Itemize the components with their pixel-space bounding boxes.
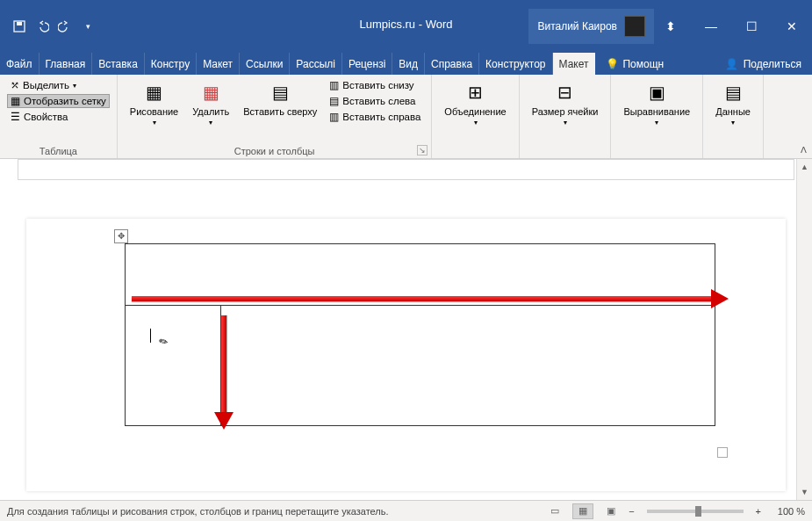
redo-icon[interactable] [58,19,72,33]
tab-view[interactable]: Вид [392,53,425,75]
collapse-ribbon-icon[interactable]: ᐱ [801,145,807,155]
group-data: ▤Данные▾ [703,75,764,158]
maximize-button[interactable]: ☐ [731,0,772,53]
autosave-icon[interactable] [12,19,26,33]
annotation-arrow-down [219,315,228,430]
chevron-down-icon: ▾ [209,119,212,127]
tab-help[interactable]: Справка [425,53,479,75]
chevron-down-icon: ▾ [564,119,567,127]
vertical-scrollbar[interactable]: ▲ ▼ [796,159,812,500]
insert-left-icon: ▤ [329,95,339,107]
read-mode-icon[interactable]: ▭ [544,503,565,519]
chevron-down-icon: ▾ [474,119,478,127]
zoom-thumb[interactable] [695,506,701,517]
view-gridlines-button[interactable]: ▦Отобразить сетку [7,94,110,108]
undo-icon[interactable] [35,19,49,33]
user-name: Виталий Каиров [537,20,617,33]
merge-button[interactable]: ⊞Объединение▾ [439,78,511,128]
qat-customize-icon[interactable]: ▾ [81,19,95,33]
status-message: Для создания таблицы и рисования строк, … [7,506,389,517]
tab-table-layout[interactable]: Макет [553,53,596,75]
drawn-table[interactable]: ✎ [125,243,715,426]
insert-above-button[interactable]: ▤Вставить сверху [238,78,322,119]
data-button[interactable]: ▤Данные▾ [710,78,756,128]
delete-icon: ▦ [198,80,223,105]
scroll-up-icon[interactable]: ▲ [797,159,812,175]
annotation-arrow-right [132,294,729,303]
zoom-in-button[interactable]: + [756,506,761,517]
status-bar: Для создания таблицы и рисования строк, … [0,500,812,521]
window-controls: ⬍ — ☐ ✕ [650,0,812,53]
zoom-level[interactable]: 100 % [768,506,805,517]
share-button[interactable]: 👤Поделиться [715,53,812,75]
ribbon-options-icon[interactable]: ⬍ [650,0,691,53]
scroll-down-icon[interactable]: ▼ [797,484,812,500]
tab-file[interactable]: Файл [0,53,40,75]
group-table: ⤱Выделить▾ ▦Отобразить сетку ☰Свойства Т… [0,75,118,158]
insert-below-icon: ▥ [329,79,339,91]
chevron-down-icon: ▾ [153,119,156,127]
minimize-button[interactable]: — [691,0,731,53]
group-alignment: ▣Выравнивание▾ [611,75,703,158]
cell-size-icon: ⊟ [553,80,578,105]
alignment-icon: ▣ [644,80,669,105]
table-resize-handle[interactable] [717,447,728,458]
group-cell-size: ⊟Размер ячейки▾ [520,75,612,158]
cell-size-button[interactable]: ⊟Размер ячейки▾ [527,78,604,128]
pencil-cursor-icon: ✎ [156,334,170,349]
tab-references[interactable]: Ссылки [240,53,290,75]
tab-table-design[interactable]: Конструктор [479,53,552,75]
zoom-slider[interactable] [647,510,744,513]
insert-right-icon: ▥ [329,111,339,123]
insert-above-icon: ▤ [268,80,292,105]
ribbon: ⤱Выделить▾ ▦Отобразить сетку ☰Свойства Т… [0,75,812,159]
tell-me[interactable]: 💡Помощн [599,53,671,75]
user-badge[interactable]: Виталий Каиров [528,9,654,44]
alignment-button[interactable]: ▣Выравнивание▾ [618,78,695,128]
tab-mailings[interactable]: Рассылі [290,53,342,75]
quick-access-toolbar: ▾ [0,19,107,33]
group-merge: ⊞Объединение▾ [432,75,519,158]
properties-icon: ☰ [11,111,20,123]
close-button[interactable]: ✕ [772,0,812,53]
tab-insert[interactable]: Вставка [92,53,145,75]
tab-design[interactable]: Констру [145,53,197,75]
share-icon: 👤 [725,58,738,70]
grid-icon: ▦ [11,95,20,107]
print-layout-icon[interactable]: ▦ [572,503,593,519]
merge-icon: ⊞ [463,80,488,105]
tab-home[interactable]: Главная [40,53,93,75]
select-button[interactable]: ⤱Выделить▾ [7,78,110,92]
web-layout-icon[interactable]: ▣ [600,503,622,519]
text-cursor [150,329,151,343]
tab-review[interactable]: Рецензі [342,53,392,75]
insert-left-button[interactable]: ▤Вставить слева [326,94,424,108]
ribbon-tabs: Файл Главная Вставка Констру Макет Ссылк… [0,53,812,75]
properties-button[interactable]: ☰Свойства [7,110,110,124]
lightbulb-icon: 💡 [606,58,619,70]
data-icon: ▤ [721,80,745,105]
chevron-down-icon: ▾ [655,119,658,127]
dialog-launcher-icon[interactable]: ↘ [417,145,428,156]
avatar-icon [624,16,645,37]
tab-layout[interactable]: Макет [197,53,240,75]
delete-button[interactable]: ▦Удалить▾ [187,78,234,128]
table-row[interactable]: ✎ [126,306,715,425]
group-label: Строки и столбцы [125,144,425,156]
group-label: Таблица [7,144,110,156]
insert-below-button[interactable]: ▥Вставить снизу [326,78,424,92]
document-area: ✥ ✎ ▲ ▼ [0,159,812,500]
draw-table-button[interactable]: ▦Рисование▾ [125,78,183,128]
chevron-down-icon: ▾ [73,82,76,90]
zoom-out-button[interactable]: − [629,506,634,517]
group-rows-columns: ▦Рисование▾ ▦Удалить▾ ▤Вставить сверху ▥… [118,75,433,158]
cursor-icon: ⤱ [11,79,19,91]
svg-rect-1 [17,22,22,25]
chevron-down-icon: ▾ [731,119,735,127]
table-move-handle-icon[interactable]: ✥ [114,229,128,243]
title-bar: ▾ Lumpics.ru - Word Виталий Каиров ⬍ — ☐… [0,0,812,53]
draw-table-icon: ▦ [142,80,167,105]
insert-right-button[interactable]: ▥Вставить справа [326,110,424,124]
page-top-shadow [18,159,794,180]
